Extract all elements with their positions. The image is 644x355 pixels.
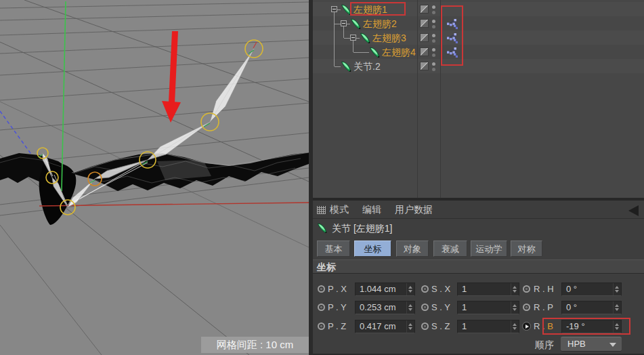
tree-line — [353, 41, 353, 52]
visibility-dot[interactable] — [432, 5, 435, 9]
field-stepper[interactable] — [613, 320, 620, 333]
input-position-y[interactable]: 0.253 cm — [355, 301, 415, 314]
value: 1 — [462, 321, 467, 331]
joint-icon — [369, 47, 381, 61]
value: 1 — [462, 302, 467, 312]
panel-collapse-arrow-icon[interactable] — [628, 205, 639, 216]
layer-toggle-icon[interactable] — [420, 47, 429, 56]
order-label: 顺序 — [535, 337, 554, 352]
ik-tag-icon[interactable] — [446, 18, 458, 33]
input-position-z[interactable]: 0.417 cm — [355, 320, 415, 333]
field-stepper[interactable] — [613, 301, 620, 314]
tab-symmetry[interactable]: 对称 — [511, 241, 542, 257]
field-label-sz: S . Z — [431, 320, 450, 333]
visibility-dot[interactable] — [432, 68, 435, 71]
object-item-label[interactable]: 左翅膀1 — [353, 3, 387, 16]
field-label-sy: S . Y — [431, 301, 450, 314]
field-stepper[interactable] — [511, 320, 518, 333]
field-stepper[interactable] — [406, 301, 414, 314]
menu-item-mode[interactable]: 模式 — [330, 203, 349, 217]
field-label-sx: S . X — [431, 283, 450, 296]
column-separator — [417, 0, 418, 198]
field-stepper[interactable] — [613, 283, 620, 295]
record-dot[interactable] — [421, 304, 429, 311]
grid-spacing-label: 网格间距 : 10 cm — [201, 337, 309, 353]
label-prefix: R . — [534, 321, 545, 331]
ik-tag-icon[interactable] — [446, 32, 458, 47]
field-label-rb: R . B — [534, 320, 553, 333]
tab-kinematics[interactable]: 运动学 — [471, 241, 507, 257]
input-rotation-h[interactable]: 0 ° — [561, 283, 622, 296]
visibility-dot[interactable] — [432, 62, 435, 66]
value: 0 ° — [566, 284, 577, 294]
record-dot[interactable] — [421, 285, 429, 293]
record-dot[interactable] — [318, 322, 325, 330]
visibility-dot[interactable] — [432, 39, 435, 43]
input-scale-x[interactable]: 1 — [457, 283, 519, 296]
column-separator — [440, 0, 441, 198]
tree-line — [334, 12, 335, 66]
object-item-label[interactable]: 关节.2 — [353, 60, 381, 73]
viewport-canvas[interactable]: 网格间距 : 10 cm — [0, 0, 309, 355]
visibility-dot[interactable] — [432, 20, 435, 23]
application-window: 网格间距 : 10 cm 左翅膀1 左翅膀2 左翅膀3 左翅膀4 关 — [0, 0, 644, 355]
joint-icon — [341, 61, 352, 75]
joint-icon — [317, 223, 328, 236]
tree-line — [343, 26, 344, 38]
expand-toggle[interactable] — [331, 6, 337, 12]
layer-toggle-icon[interactable] — [420, 19, 429, 28]
field-stepper[interactable] — [511, 283, 518, 295]
menu-item-userdata[interactable]: 用户数据 — [395, 203, 433, 217]
field-label-py: P . Y — [328, 301, 347, 314]
field-label-rp: R . P — [534, 301, 553, 314]
tab-coordinates[interactable]: 坐标 — [354, 241, 391, 257]
input-rotation-p[interactable]: 0 ° — [561, 301, 622, 314]
field-stepper[interactable] — [511, 301, 518, 314]
visibility-dot[interactable] — [432, 11, 435, 14]
tab-basic[interactable]: 基本 — [317, 241, 350, 257]
visibility-dot[interactable] — [432, 25, 435, 28]
field-stepper[interactable] — [406, 283, 414, 295]
dropdown-value: HPB — [567, 339, 586, 349]
field-stepper[interactable] — [406, 320, 414, 333]
menu-item-edit[interactable]: 编辑 — [362, 203, 381, 217]
stepper-down-icon — [513, 290, 517, 293]
visibility-dot[interactable] — [432, 54, 435, 57]
object-item-label[interactable]: 左翅膀3 — [372, 31, 406, 45]
section-header[interactable]: 坐标 — [313, 259, 644, 274]
stepper-up-icon — [513, 286, 517, 289]
joint-icon — [341, 4, 352, 18]
layer-toggle-icon[interactable] — [420, 5, 429, 14]
visibility-dot[interactable] — [432, 48, 435, 51]
input-scale-y[interactable]: 1 — [457, 301, 519, 314]
keyframe-icon[interactable] — [522, 322, 531, 331]
stepper-down-icon — [408, 290, 412, 293]
tab-object[interactable]: 对象 — [396, 241, 429, 257]
expand-toggle[interactable] — [341, 20, 347, 26]
stepper-up-icon — [408, 286, 412, 289]
record-dot[interactable] — [421, 322, 429, 330]
record-dot[interactable] — [318, 285, 325, 293]
input-scale-z[interactable]: 1 — [457, 320, 519, 333]
layer-toggle-icon[interactable] — [420, 33, 429, 42]
tree-line — [344, 38, 350, 39]
input-rotation-b[interactable]: -19 ° — [561, 320, 622, 333]
object-item-label[interactable]: 左翅膀2 — [363, 17, 397, 30]
input-position-x[interactable]: 1.044 cm — [355, 283, 415, 296]
joint-icon — [350, 18, 362, 33]
stepper-down-icon — [615, 308, 619, 311]
value: 1.044 cm — [360, 284, 395, 294]
expand-toggle[interactable] — [350, 35, 356, 41]
visibility-dot[interactable] — [432, 34, 435, 37]
ik-tag-icon[interactable] — [446, 46, 458, 61]
record-dot[interactable] — [318, 304, 325, 311]
record-dot[interactable] — [523, 304, 530, 311]
tab-falloff[interactable]: 衰减 — [433, 241, 467, 257]
layer-toggle-icon[interactable] — [420, 62, 429, 70]
object-item-label[interactable]: 左翅膀4 — [382, 45, 416, 59]
rotation-order-dropdown[interactable]: HPB — [561, 337, 622, 352]
field-label-px: P . X — [328, 283, 347, 296]
record-dot[interactable] — [523, 285, 530, 293]
panel-menu-grid-icon[interactable] — [317, 206, 326, 214]
tree-line — [335, 24, 341, 24]
